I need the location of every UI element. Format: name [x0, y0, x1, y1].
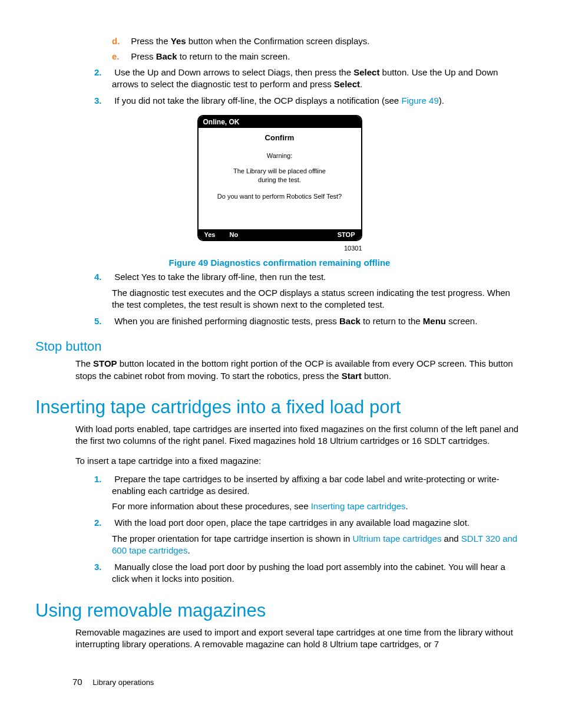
stop-para-mid: button located in the bottom right porti… — [75, 358, 513, 380]
insert-step-2-mid: and — [441, 533, 461, 543]
insert-step-1-marker: 1. — [94, 473, 112, 485]
page: d. Press the Yes button when the Confirm… — [0, 0, 562, 728]
step-2-bold2: Select — [334, 79, 360, 89]
stop-para-b2: Start — [342, 371, 362, 381]
ocp-screen: Online, OK Confirm Warning: The Library … — [197, 115, 362, 241]
step-3-post: ). — [439, 95, 444, 106]
ocp-footer: Yes No STOP — [199, 229, 361, 240]
insert-step-1-text: Prepare the tape cartridges to be insert… — [112, 474, 500, 496]
figure-49-wrap: Online, OK Confirm Warning: The Library … — [35, 115, 524, 268]
inserting-tape-cartridges-link[interactable]: Inserting tape cartridges — [311, 501, 406, 511]
ocp-msg-line1: The Library will be placed offline — [233, 167, 326, 174]
top-steps: 2. Use the Up and Down arrows to select … — [72, 67, 524, 107]
step-3-pre: If you did not take the library off-line… — [114, 95, 401, 106]
removable-intro: Removable magazines are used to import a… — [75, 627, 524, 651]
ocp-stop-button[interactable]: STOP — [332, 231, 361, 238]
insert-step-2-post: . — [187, 545, 190, 555]
ocp-figure-id: 10301 — [197, 245, 362, 252]
step-2: 2. Use the Up and Down arrows to select … — [112, 67, 524, 91]
substep-d-pre: Press the — [131, 36, 171, 46]
ocp-no-button[interactable]: No — [223, 231, 244, 238]
inserting-heading: Inserting tape cartridges into a fixed l… — [35, 397, 524, 417]
ultrium-link[interactable]: Ultrium tape cartridges — [353, 533, 442, 543]
insert-step-1: 1. Prepare the tape cartridges to be ins… — [112, 473, 524, 513]
figure-49: Online, OK Confirm Warning: The Library … — [197, 115, 362, 252]
step-2-post: . — [360, 79, 362, 89]
insert-step-2-pre: The proper orientation for tape cartridg… — [112, 533, 353, 543]
figure-49-link[interactable]: Figure 49 — [401, 95, 438, 106]
step-5-bold1: Back — [339, 316, 361, 326]
stop-button-heading: Stop button — [35, 339, 524, 354]
substep-d-post: button when the Confirmation screen disp… — [186, 36, 370, 46]
ocp-warning-label: Warning: — [203, 151, 356, 160]
step-5-pre: When you are finished performing diagnos… — [114, 316, 339, 326]
step-4-marker: 4. — [94, 271, 112, 283]
step-4: 4. Select Yes to take the library off-li… — [112, 271, 524, 311]
substeps-de: d. Press the Yes button when the Confirm… — [128, 35, 524, 63]
stop-para-pre: The — [75, 358, 93, 368]
inserting-intro: With load ports enabled, tape cartridges… — [75, 423, 524, 447]
insert-step-3-text: Manually close the load port door by pus… — [112, 562, 505, 584]
insert-step-2: 2. With the load port door open, place t… — [112, 517, 524, 556]
substep-e-pre: Press — [131, 51, 156, 61]
ocp-yes-button[interactable]: Yes — [199, 231, 222, 238]
insert-step-3: 3. Manually close the load port door by … — [112, 561, 524, 585]
stop-para-b1: STOP — [93, 358, 117, 368]
insert-step-1-para: For more information about these procedu… — [112, 500, 524, 512]
step-5-bold2: Menu — [423, 316, 446, 326]
substep-d-bold: Yes — [171, 36, 186, 46]
substep-e-bold: Back — [156, 51, 177, 61]
step-4-text: Select Yes to take the library off-line,… — [114, 272, 326, 282]
insert-step-1-post: . — [406, 501, 408, 511]
ocp-question: Do you want to perform Robotics Self Tes… — [203, 192, 356, 201]
steps-after-figure: 4. Select Yes to take the library off-li… — [72, 271, 524, 327]
substep-d-marker: d. — [112, 35, 128, 47]
step-5: 5. When you are finished performing diag… — [112, 315, 524, 327]
step-2-pre: Use the Up and Down arrows to select Dia… — [114, 67, 353, 77]
substep-e-marker: e. — [112, 51, 128, 62]
figure-49-caption: Figure 49 Diagnostics confirmation remai… — [35, 258, 524, 268]
page-number: 70 — [72, 677, 82, 687]
step-5-mid: to return to the — [361, 316, 423, 326]
ocp-message: The Library will be placed offline durin… — [203, 167, 356, 185]
stop-button-para: The STOP button located in the bottom ri… — [75, 358, 524, 382]
ocp-msg-line2: during the test. — [258, 176, 301, 183]
stop-para-post: button. — [362, 371, 391, 381]
insert-step-1-pre: For more information about these procedu… — [112, 501, 311, 511]
insert-step-2-marker: 2. — [94, 517, 112, 529]
step-2-marker: 2. — [94, 67, 112, 78]
step-5-marker: 5. — [94, 315, 112, 327]
insert-step-3-marker: 3. — [94, 561, 112, 573]
ocp-title: Confirm — [203, 133, 356, 143]
insert-step-2-text: With the load port door open, place the … — [114, 518, 470, 528]
ocp-status-bar: Online, OK — [199, 116, 361, 128]
substep-e: e. Press Back to return to the main scre… — [128, 51, 524, 62]
removable-heading: Using removable magazines — [35, 601, 524, 621]
inserting-steps: 1. Prepare the tape cartridges to be ins… — [72, 473, 524, 585]
substep-e-post: to return to the main screen. — [177, 51, 290, 61]
page-footer: 70 Library operations — [72, 677, 154, 687]
step-3: 3. If you did not take the library off-l… — [112, 95, 524, 107]
step-3-marker: 3. — [94, 95, 112, 107]
step-5-post: screen. — [446, 316, 477, 326]
insert-step-2-para: The proper orientation for tape cartridg… — [112, 533, 524, 557]
step-2-bold1: Select — [353, 67, 379, 77]
section-title: Library operations — [92, 678, 154, 687]
substep-d: d. Press the Yes button when the Confirm… — [128, 35, 524, 47]
ocp-body: Confirm Warning: The Library will be pla… — [199, 128, 361, 229]
step-4-para: The diagnostic test executes and the OCP… — [112, 287, 524, 311]
inserting-lead: To insert a tape cartridge into a fixed … — [75, 455, 524, 467]
